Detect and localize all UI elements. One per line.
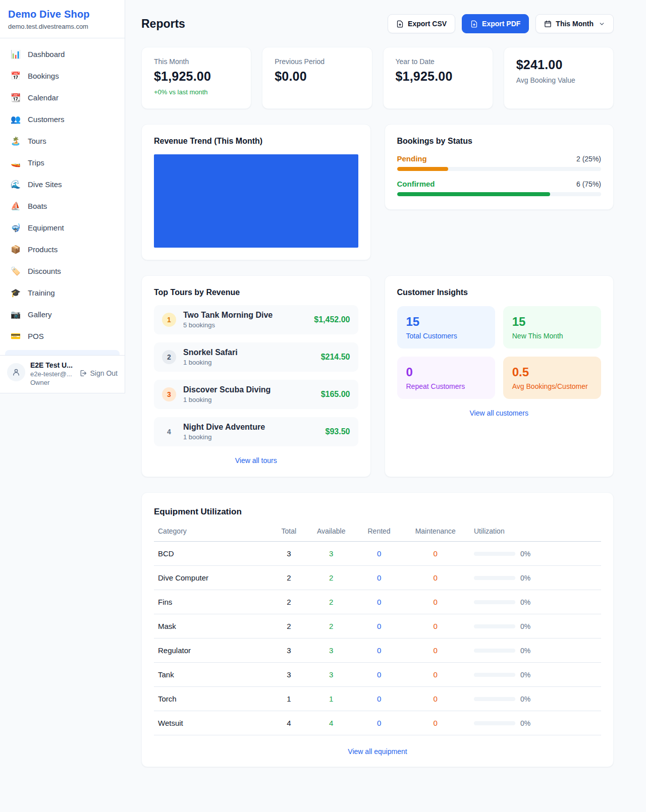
tour-list-item[interactable]: 3 Discover Scuba Diving 1 booking $165.0…: [154, 380, 358, 409]
equipment-maintenance: 0: [401, 590, 470, 614]
tour-revenue: $93.50: [326, 427, 350, 436]
tour-revenue: $165.00: [321, 390, 350, 399]
stat-label: Year to Date: [396, 57, 480, 66]
stat-card-this-month: This Month $1,925.00 +0% vs last month: [141, 47, 251, 109]
utilization-percent: 0%: [520, 647, 530, 655]
view-all-equipment-link[interactable]: View all equipment: [154, 747, 601, 756]
equipment-rented: 0: [357, 542, 401, 566]
file-download-icon: [396, 20, 404, 28]
equipment-total: 3: [273, 639, 305, 663]
equipment-category: BCD: [154, 542, 273, 566]
sidebar-nav-item[interactable]: 📷 Gallery: [5, 304, 120, 324]
equipment-category: Dive Computer: [154, 566, 273, 590]
sidebar-nav-item[interactable]: 🏝️ Tours: [5, 131, 120, 151]
equipment-table-row: Wetsuit 4 4 0 0 0%: [154, 711, 601, 735]
nav-item-icon: 🏷️: [10, 266, 21, 276]
col-header-utilization: Utilization: [470, 527, 601, 542]
insight-value: 15: [406, 315, 486, 329]
export-pdf-button[interactable]: Export PDF: [462, 14, 529, 33]
period-dropdown[interactable]: This Month: [535, 14, 614, 33]
top-tours-list: 1 Two Tank Morning Dive 5 bookings $1,45…: [154, 297, 358, 446]
top-tours-title: Top Tours by Revenue: [154, 288, 358, 297]
export-csv-label: Export CSV: [408, 20, 447, 28]
equipment-total: 2: [273, 566, 305, 590]
equipment-maintenance: 0: [401, 711, 470, 735]
active-nav-highlight-partial: [5, 350, 120, 355]
status-label: Pending: [397, 154, 427, 163]
tour-rank-badge: 4: [162, 425, 176, 439]
tour-revenue: $214.50: [321, 353, 350, 362]
sidebar-nav-item[interactable]: 🏷️ Discounts: [5, 261, 120, 281]
sidebar-nav-item[interactable]: 📦 Products: [5, 239, 120, 259]
sidebar-nav-item[interactable]: 🚤 Trips: [5, 152, 120, 172]
sidebar-nav-item[interactable]: ⛵ Boats: [5, 196, 120, 216]
shop-name: Demo Dive Shop: [8, 9, 117, 20]
nav-item-label: POS: [28, 332, 44, 340]
status-bar-track: [397, 167, 602, 171]
equipment-available: 2: [305, 590, 357, 614]
insight-label: New This Month: [512, 332, 592, 340]
nav-item-icon: 🏝️: [10, 136, 21, 146]
view-all-customers-link[interactable]: View all customers: [397, 409, 602, 417]
tour-bookings-count: 1 booking: [183, 396, 271, 403]
sidebar-nav-item[interactable]: 🌊 Dive Sites: [5, 174, 120, 194]
sidebar-nav-item[interactable]: 📅 Bookings: [5, 66, 120, 86]
equipment-utilization-cell: 0%: [470, 590, 601, 614]
sidebar-nav-item[interactable]: 🎓 Training: [5, 282, 120, 303]
utilization-bar: [474, 721, 515, 725]
nav-item-icon: 📊: [10, 49, 21, 59]
sign-out-button[interactable]: Sign Out: [79, 369, 118, 377]
nav-item-label: Equipment: [28, 223, 64, 232]
tour-rank-badge: 1: [162, 313, 176, 327]
nav-item-label: Tours: [28, 137, 46, 145]
equipment-total: 1: [273, 687, 305, 711]
insight-value: 15: [512, 315, 592, 329]
top-tours-card: Top Tours by Revenue 1 Two Tank Morning …: [141, 275, 371, 477]
sidebar-nav-item[interactable]: 👥 Customers: [5, 109, 120, 129]
user-name: E2E Test U...: [30, 361, 73, 369]
equipment-rented: 0: [357, 711, 401, 735]
equipment-utilization-cell: 0%: [470, 711, 601, 735]
export-pdf-label: Export PDF: [482, 20, 520, 28]
tour-list-item[interactable]: 2 Snorkel Safari 1 booking $214.50: [154, 342, 358, 372]
insight-tile: 0 Repeat Customers: [397, 357, 495, 399]
nav-item-icon: 📅: [10, 71, 21, 81]
nav-item-icon: 📦: [10, 245, 21, 254]
insight-value: 0: [406, 365, 486, 379]
sidebar-nav-item[interactable]: 📆 Calendar: [5, 87, 120, 107]
equipment-maintenance: 0: [401, 663, 470, 687]
stats-row: This Month $1,925.00 +0% vs last month P…: [141, 47, 614, 109]
equipment-available: 3: [305, 542, 357, 566]
view-all-tours-link[interactable]: View all tours: [154, 456, 358, 465]
export-csv-button[interactable]: Export CSV: [388, 14, 455, 33]
insight-label: Avg Bookings/Customer: [512, 382, 592, 390]
nav-item-icon: 💳: [10, 331, 21, 341]
user-avatar: [7, 363, 25, 381]
equipment-total: 2: [273, 590, 305, 614]
equipment-category: Torch: [154, 687, 273, 711]
insight-tile: 0.5 Avg Bookings/Customer: [503, 357, 601, 399]
nav-item-label: Training: [28, 288, 55, 297]
stat-card-avg-booking-value: $241.00 Avg Booking Value: [504, 47, 614, 109]
equipment-rented: 0: [357, 614, 401, 639]
utilization-bar: [474, 673, 515, 677]
insights-row: Top Tours by Revenue 1 Two Tank Morning …: [141, 275, 614, 477]
period-label: This Month: [556, 20, 594, 28]
tour-list-item[interactable]: 4 Night Dive Adventure 1 booking $93.50: [154, 417, 358, 446]
tour-list-item[interactable]: 1 Two Tank Morning Dive 5 bookings $1,45…: [154, 305, 358, 334]
utilization-percent: 0%: [520, 671, 530, 679]
utilization-bar: [474, 649, 515, 653]
sidebar-nav-item[interactable]: 💳 POS: [5, 326, 120, 346]
sidebar-nav-item[interactable]: 🤿 Equipment: [5, 217, 120, 238]
equipment-table-row: Torch 1 1 0 0 0%: [154, 687, 601, 711]
tour-rank-badge: 2: [162, 350, 176, 364]
equipment-rented: 0: [357, 663, 401, 687]
equipment-maintenance: 0: [401, 566, 470, 590]
header-actions: Export CSV Export PDF This Month: [388, 14, 614, 33]
equipment-title: Equipment Utilization: [154, 507, 601, 517]
nav-item-icon: 🌊: [10, 180, 21, 189]
insight-tile: 15 New This Month: [503, 306, 601, 349]
sidebar-nav-item[interactable]: 📊 Dashboard: [5, 44, 120, 64]
equipment-table-row: Dive Computer 2 2 0 0 0%: [154, 566, 601, 590]
utilization-bar: [474, 552, 515, 556]
